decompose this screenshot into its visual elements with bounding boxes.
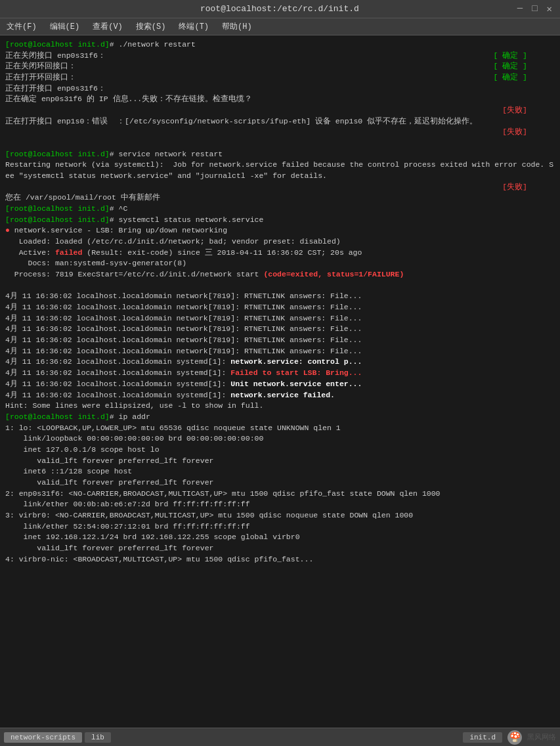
terminal-area[interactable]: [root@localhost init.d]# ./network resta… bbox=[0, 35, 560, 728]
terminal-line: [root@localhost init.d]# ^C bbox=[5, 204, 555, 215]
title-bar: root@localhost:/etc/rc.d/init.d ─ □ ✕ bbox=[0, 0, 560, 18]
window-title: root@localhost:/etc/rc.d/init.d bbox=[45, 4, 515, 14]
terminal-line: 4月 11 16:36:02 localhost.localdomain net… bbox=[5, 291, 555, 302]
window-controls[interactable]: ─ □ ✕ bbox=[515, 3, 555, 14]
terminal-line: 正在打开环回接口：[ 确定 ] bbox=[5, 72, 555, 83]
terminal-line: 4: virbr0-nic: <BROADCAST,MULTICAST,UP> … bbox=[5, 554, 555, 565]
terminal-line: 1: lo: <LOOPBACK,UP,LOWER_UP> mtu 65536 … bbox=[5, 423, 555, 434]
watermark-text: 黑风网络 bbox=[527, 732, 556, 742]
terminal-line: [失败] bbox=[5, 105, 555, 116]
terminal-line: 4月 11 16:36:02 localhost.localdomain net… bbox=[5, 335, 555, 346]
terminal-line: [root@localhost init.d]# ./network resta… bbox=[5, 39, 555, 51]
terminal-line: 3: virbr0: <NO-CARRIER,BROADCAST,MULTICA… bbox=[5, 510, 555, 521]
status-bar: network-scripts lib init.d 🍄 黑风网络 bbox=[0, 728, 560, 746]
terminal-line: inet6 ::1/128 scope host bbox=[5, 466, 555, 477]
terminal-line: inet 127.0.0.1/8 scope host lo bbox=[5, 445, 555, 456]
menu-help[interactable]: 帮助(H) bbox=[219, 20, 255, 33]
terminal-line: valid_lft forever preferred_lft forever bbox=[5, 543, 555, 554]
tray-icon: 🍄 bbox=[507, 730, 522, 745]
menu-terminal[interactable]: 终端(T) bbox=[176, 20, 211, 33]
maximize-button[interactable]: □ bbox=[529, 3, 540, 14]
terminal-line: ● network.service - LSB: Bring up/down n… bbox=[5, 225, 555, 236]
terminal-line: [root@localhost init.d]# systemctl statu… bbox=[5, 215, 555, 226]
terminal-line: 正在打开接口 enp0s31f6： bbox=[5, 83, 555, 95]
terminal-line: valid_lft forever preferred_lft forever bbox=[5, 456, 555, 467]
terminal-line: 正在确定 enp0s31f6 的 IP 信息...失败：不存在链接。检查电缆？ bbox=[5, 94, 555, 105]
terminal-line: Docs: man:systemd-sysv-generator(8) bbox=[5, 258, 555, 269]
terminal-line: link/loopback 00:00:00:00:00:00 brd 00:0… bbox=[5, 433, 555, 445]
terminal-line: 4月 11 16:36:02 localhost.localdomain net… bbox=[5, 324, 555, 335]
terminal-line: valid_lft forever preferred_lft forever bbox=[5, 477, 555, 489]
terminal-line: 4月 11 16:36:02 localhost.localdomain net… bbox=[5, 313, 555, 324]
terminal-line bbox=[5, 280, 555, 292]
terminal-line: Active: failed (Result: exit-code) since… bbox=[5, 248, 555, 259]
terminal-line: [失败] bbox=[5, 127, 555, 138]
terminal-line: 4月 11 16:36:02 localhost.localdomain net… bbox=[5, 346, 555, 357]
tab-network-scripts[interactable]: network-scripts bbox=[4, 732, 82, 743]
tab-initd[interactable]: init.d bbox=[463, 732, 502, 743]
menu-file[interactable]: 文件(F) bbox=[4, 20, 39, 33]
terminal-line: 4月 11 16:36:02 localhost.localdomain net… bbox=[5, 302, 555, 313]
terminal-line: Loaded: loaded (/etc/rc.d/init.d/network… bbox=[5, 236, 555, 248]
terminal-line: [root@localhost init.d]# ip addr bbox=[5, 412, 555, 423]
minimize-button[interactable]: ─ bbox=[515, 3, 525, 14]
terminal-line: Hint: Some lines were ellipsized, use -l… bbox=[5, 401, 555, 412]
terminal-line: 4月 11 16:36:02 localhost.localdomain sys… bbox=[5, 368, 555, 379]
terminal-line: Restarting network (via systemctl): Job … bbox=[5, 160, 555, 181]
terminal-line: Process: 7819 ExecStart=/etc/rc.d/init.d… bbox=[5, 269, 555, 280]
terminal-line: 您在 /var/spool/mail/root 中有新邮件 bbox=[5, 192, 555, 204]
terminal-line: link/ether 00:0b:ab:e6:e7:2d brd ff:ff:f… bbox=[5, 499, 555, 510]
menu-edit[interactable]: 编辑(E) bbox=[47, 20, 83, 33]
terminal-line: 4月 11 16:36:02 localhost.localdomain sys… bbox=[5, 357, 555, 368]
terminal-line: [root@localhost init.d]# service network… bbox=[5, 149, 555, 160]
terminal-line: link/ether 52:54:00:27:12:01 brd ff:ff:f… bbox=[5, 521, 555, 533]
terminal-line: 正在关闭环回接口：[ 确定 ] bbox=[5, 61, 555, 72]
terminal-line: 2: enp0s31f6: <NO-CARRIER,BROADCAST,MULT… bbox=[5, 489, 555, 500]
terminal-line: 4月 11 16:36:02 localhost.localdomain sys… bbox=[5, 379, 555, 390]
close-button[interactable]: ✕ bbox=[544, 3, 555, 14]
terminal-line: inet 192.168.122.1/24 brd 192.168.122.25… bbox=[5, 532, 555, 543]
terminal-line: 4月 11 16:36:02 localhost.localdomain sys… bbox=[5, 390, 555, 401]
menu-search[interactable]: 搜索(S) bbox=[133, 20, 169, 33]
tab-lib[interactable]: lib bbox=[85, 732, 111, 743]
terminal-line: [失败] bbox=[5, 182, 555, 193]
terminal-line bbox=[5, 138, 555, 149]
menu-view[interactable]: 查看(V) bbox=[90, 20, 125, 33]
terminal-line: 正在打开接口 enp1s0：错误 ：[/etc/sysconfig/networ… bbox=[5, 116, 555, 127]
terminal-line: 正在关闭接口 enp0s31f6：[ 确定 ] bbox=[5, 51, 555, 62]
menu-bar: 文件(F) 编辑(E) 查看(V) 搜索(S) 终端(T) 帮助(H) bbox=[0, 18, 560, 35]
